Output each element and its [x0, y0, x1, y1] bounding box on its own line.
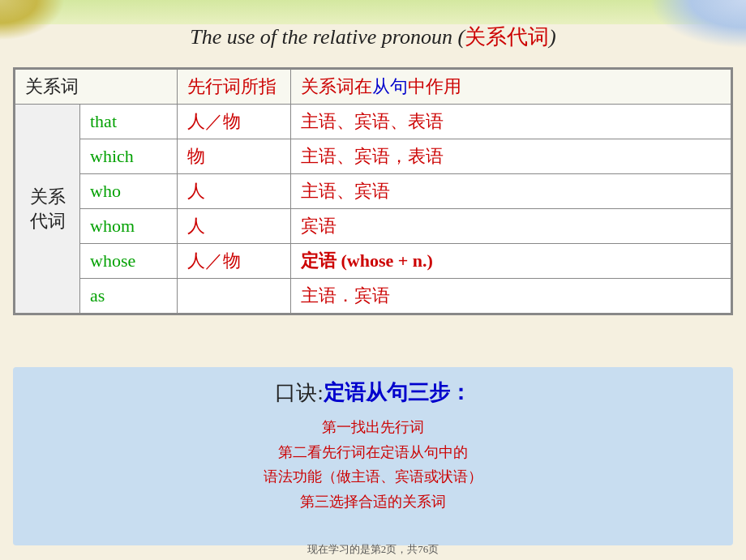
main-table-container: 关系词 先行词所指 关系词在从句中作用 关系 代词 that 人／物 主语、宾语… — [13, 67, 733, 315]
antecedent-that: 人／物 — [178, 105, 291, 139]
antecedent-as — [178, 279, 291, 314]
bottom-section: 口诀:定语从句三步： 第一找出先行词 第二看先行词在定语从句中的 语法功能（做主… — [13, 367, 733, 545]
table-row: as 主语．宾语 — [15, 279, 731, 314]
step4: 第三选择合适的关系词 — [264, 489, 482, 515]
function-which: 主语、宾语，表语 — [291, 139, 731, 174]
page-info: 现在学习的是第2页，共76页 — [0, 542, 746, 557]
table-row: whose 人／物 定语 (whose + n.) — [15, 244, 731, 279]
function-whom: 宾语 — [291, 209, 731, 244]
table-header-row: 关系词 先行词所指 关系词在从句中作用 — [15, 70, 731, 105]
kousu-label: 口诀: — [275, 381, 323, 404]
pronoun-that: that — [80, 105, 178, 139]
table-body: 关系 代词 that 人／物 主语、宾语、表语 which 物 主语、宾语，表语… — [15, 105, 731, 314]
pronoun-which: which — [80, 139, 178, 174]
function-whose: 定语 (whose + n.) — [291, 244, 731, 279]
header-col3: 关系词在从句中作用 — [291, 70, 731, 105]
title-text-en: The use of the relative pronoun ( — [190, 25, 465, 49]
antecedent-whose: 人／物 — [178, 244, 291, 279]
function-who: 主语、宾语 — [291, 174, 731, 209]
title-text-zh: 关系代词 — [465, 25, 549, 49]
step3: 语法功能（做主语、宾语或状语） — [264, 464, 482, 489]
pronoun-whom: whom — [80, 209, 178, 244]
step2: 第二看先行词在定语从句中的 — [264, 440, 482, 465]
kousu-content: 定语从句三步： — [324, 381, 471, 404]
relative-pronoun-table: 关系词 先行词所指 关系词在从句中作用 关系 代词 that 人／物 主语、宾语… — [15, 69, 731, 314]
pronoun-whose: whose — [80, 244, 178, 279]
guanxi-cell: 关系 代词 — [15, 105, 80, 314]
antecedent-which: 物 — [178, 139, 291, 174]
header-col1: 关系词 — [15, 70, 178, 105]
kousu-title: 口诀:定语从句三步： — [275, 378, 470, 407]
table-row: who 人 主语、宾语 — [15, 174, 731, 209]
header-col2: 先行词所指 — [178, 70, 291, 105]
table-row: which 物 主语、宾语，表语 — [15, 139, 731, 174]
pronoun-who: who — [80, 174, 178, 209]
step1: 第一找出先行词 — [264, 415, 482, 440]
table-row: 关系 代词 that 人／物 主语、宾语、表语 — [15, 105, 731, 139]
function-as: 主语．宾语 — [291, 279, 731, 314]
page-title: The use of the relative pronoun (关系代词) — [0, 0, 746, 61]
table-row: whom 人 宾语 — [15, 209, 731, 244]
antecedent-who: 人 — [178, 174, 291, 209]
pronoun-as: as — [80, 279, 178, 314]
title-text-end: ) — [549, 25, 556, 49]
antecedent-whom: 人 — [178, 209, 291, 244]
function-that: 主语、宾语、表语 — [291, 105, 731, 139]
steps-content: 第一找出先行词 第二看先行词在定语从句中的 语法功能（做主语、宾语或状语） 第三… — [264, 415, 482, 514]
